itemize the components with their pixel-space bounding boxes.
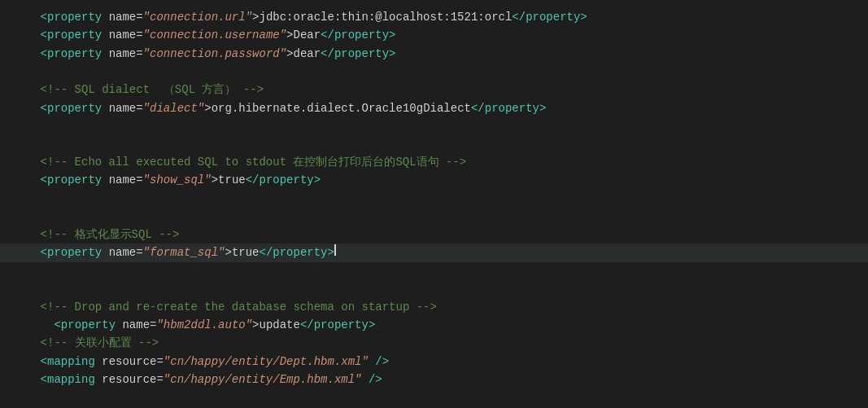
code-token — [13, 298, 41, 316]
code-line: <property name="dialect">org.hibernate.d… — [0, 99, 868, 117]
empty-line — [0, 117, 868, 135]
code-token — [13, 353, 41, 371]
code-token: name= — [102, 8, 142, 26]
code-token: </property> — [321, 45, 395, 63]
code-token: <property — [41, 8, 103, 26]
code-token: name= — [102, 99, 142, 117]
code-token — [13, 99, 41, 117]
code-token: <mapping — [41, 353, 95, 371]
code-token: <!-- Drop and re-create the database sch… — [41, 298, 437, 316]
code-line: <property name="hbm2ddl.auto">update</pr… — [0, 316, 868, 334]
code-line: <property name="connection.password">dea… — [0, 45, 868, 63]
code-token: >jdbc:oracle:thin:@localhost:1521:orcl — [252, 8, 512, 26]
code-token — [13, 316, 54, 334]
code-token: >Dear — [286, 26, 321, 44]
code-token: name= — [116, 316, 156, 334]
code-token: >update — [252, 316, 300, 334]
code-token: "connection.url" — [143, 8, 252, 26]
code-token — [13, 171, 41, 189]
code-token: "connection.password" — [143, 45, 286, 63]
code-token: name= — [102, 45, 142, 63]
code-line: <property name="connection.url">jdbc:ora… — [0, 8, 868, 26]
code-token: </property> — [471, 99, 546, 117]
code-token: resource= — [95, 353, 164, 371]
code-token: <property — [54, 316, 116, 334]
code-token: <!-- 关联小配置 --> — [41, 334, 159, 352]
code-token: resource= — [95, 371, 164, 388]
code-token — [13, 8, 41, 26]
code-token — [13, 334, 41, 352]
code-line: <!-- Drop and re-create the database sch… — [0, 298, 868, 316]
code-token: <!-- SQL dialect （SQL 方言） --> — [41, 81, 264, 99]
code-token: </property> — [300, 316, 375, 334]
code-token: >true — [225, 243, 259, 261]
code-line: <!-- Echo all executed SQL to stdout 在控制… — [0, 153, 868, 171]
code-token: >true — [212, 171, 246, 189]
code-token: name= — [102, 171, 142, 189]
empty-line — [0, 63, 868, 81]
code-token — [13, 371, 41, 388]
code-token: /> — [361, 371, 382, 388]
text-cursor — [334, 244, 336, 256]
code-token — [13, 153, 41, 171]
code-token: </property> — [512, 8, 587, 26]
code-token: </property> — [246, 171, 321, 189]
code-token — [13, 226, 41, 243]
code-token: /> — [369, 353, 389, 371]
code-line: <mapping resource="cn/happy/entity/Emp.h… — [0, 371, 868, 388]
code-token: name= — [102, 26, 142, 44]
code-line: <property name="connection.username">Dea… — [0, 26, 868, 44]
empty-line — [0, 262, 868, 280]
code-token: "cn/happy/entity/Dept.hbm.xml" — [164, 353, 369, 371]
empty-line — [0, 280, 868, 298]
code-token: <mapping — [41, 371, 95, 388]
code-line: <property name="show_sql">true</property… — [0, 171, 868, 189]
code-token: "show_sql" — [143, 171, 212, 189]
code-token: >dear — [286, 45, 321, 63]
code-token: name= — [102, 243, 142, 261]
empty-line — [0, 208, 868, 226]
empty-line — [0, 190, 868, 208]
code-line: <mapping resource="cn/happy/entity/Dept.… — [0, 353, 868, 371]
code-token — [13, 45, 41, 63]
code-token: "format_sql" — [143, 243, 225, 261]
code-token: <!-- Echo all executed SQL to stdout 在控制… — [41, 153, 467, 171]
code-token: "dialect" — [143, 99, 205, 117]
code-token: <property — [41, 99, 103, 117]
code-line: <!-- SQL dialect （SQL 方言） --> — [0, 81, 868, 99]
code-token: "hbm2ddl.auto" — [156, 316, 252, 334]
code-token: "connection.username" — [143, 26, 286, 44]
code-token: <!-- 格式化显示SQL --> — [41, 226, 180, 243]
code-line: <!-- 格式化显示SQL --> — [0, 226, 868, 243]
code-token — [13, 81, 41, 99]
code-editor: <property name="connection.url">jdbc:ora… — [0, 0, 868, 408]
code-token: <property — [41, 26, 103, 44]
code-token: </property> — [260, 243, 334, 261]
code-token: </property> — [321, 26, 395, 44]
empty-line — [0, 135, 868, 153]
code-token: <property — [41, 243, 103, 261]
code-token: "cn/happy/entity/Emp.hbm.xml" — [164, 371, 362, 388]
code-token: <property — [41, 45, 103, 63]
code-line: <!-- 关联小配置 --> — [0, 334, 868, 352]
code-token — [13, 243, 41, 261]
code-line: <property name="format_sql">true</proper… — [0, 243, 868, 261]
code-token: >org.hibernate.dialect.Oracle10gDialect — [204, 99, 471, 117]
code-token — [13, 26, 41, 44]
code-token: <property — [41, 171, 103, 189]
